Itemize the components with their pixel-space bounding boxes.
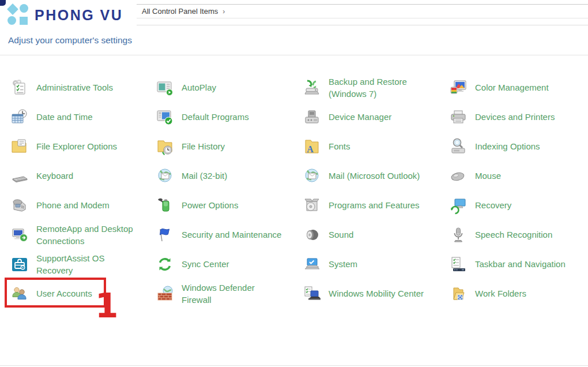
item-work-folders[interactable]: Work Folders xyxy=(443,279,586,308)
keyboard-icon xyxy=(10,167,29,185)
file-history-icon xyxy=(156,137,174,156)
item-keyboard[interactable]: Keyboard xyxy=(5,161,150,190)
admin-tools-icon xyxy=(10,78,29,97)
page-title: Adjust your computer's settings xyxy=(8,35,132,46)
item-autoplay[interactable]: AutoPlay xyxy=(150,73,297,102)
mail-icon xyxy=(303,167,321,185)
item-programs-and-features[interactable]: Programs and Features xyxy=(297,190,443,220)
item-label: AutoPlay xyxy=(182,81,216,93)
breadcrumb-top-border xyxy=(137,4,588,5)
item-label: Fonts xyxy=(329,140,350,152)
item-label: Speech Recognition xyxy=(475,229,552,241)
item-sound[interactable]: Sound xyxy=(297,220,443,249)
mail-icon xyxy=(156,167,174,185)
device-manager-icon xyxy=(303,108,321,126)
breadcrumb[interactable]: All Control Panel Items › xyxy=(142,7,225,16)
item-label: Work Folders xyxy=(475,287,526,299)
item-label: Sound xyxy=(329,229,353,241)
file-explorer-options-icon xyxy=(10,137,29,156)
item-label: Indexing Options xyxy=(475,140,540,152)
item-color-management[interactable]: Color Management xyxy=(443,73,586,102)
supportassist-icon xyxy=(10,255,29,274)
item-fonts[interactable]: A Fonts xyxy=(297,132,443,161)
item-label: User Accounts xyxy=(36,287,92,299)
phongvu-logo: PHONG VU xyxy=(7,3,123,27)
item-label: Color Management xyxy=(475,81,549,93)
item-windows-defender-firewall[interactable]: Windows Defender Firewall xyxy=(150,279,297,308)
item-label: System xyxy=(329,258,357,270)
item-label: Programs and Features xyxy=(329,199,420,211)
addressbar-divider xyxy=(137,25,588,25)
autoplay-icon xyxy=(156,78,174,97)
item-label: RemoteApp and Desktop Connections xyxy=(36,223,133,247)
indexing-options-icon xyxy=(449,137,468,156)
item-speech-recognition[interactable]: Speech Recognition xyxy=(443,220,586,249)
item-default-programs[interactable]: Default Programs xyxy=(150,102,297,132)
item-device-manager[interactable]: Device Manager xyxy=(297,102,443,132)
bottom-divider xyxy=(0,365,588,366)
corner-notch xyxy=(0,0,6,6)
item-recovery[interactable]: Recovery xyxy=(443,190,586,220)
devices-printers-icon xyxy=(449,108,468,126)
recovery-icon xyxy=(449,196,468,215)
control-panel-window: PHONG VU All Control Panel Items › Adjus… xyxy=(0,0,588,367)
item-administrative-tools[interactable]: Administrative Tools xyxy=(5,73,150,102)
item-mail-microsoft-outlook[interactable]: Mail (Microsoft Outlook) xyxy=(297,161,443,190)
item-mouse[interactable]: Mouse xyxy=(443,161,586,190)
item-label: Administrative Tools xyxy=(36,81,113,93)
item-label: Backup and Restore (Windows 7) xyxy=(329,76,407,100)
item-phone-and-modem[interactable]: Phone and Modem xyxy=(5,190,150,220)
item-label: Windows Mobility Center xyxy=(329,287,424,299)
item-label: File Explorer Options xyxy=(36,140,117,152)
phongvu-logo-text: PHONG VU xyxy=(35,7,123,24)
speech-recognition-icon xyxy=(449,226,468,244)
item-label: Sync Center xyxy=(182,258,229,270)
item-taskbar-and-navigation[interactable]: Taskbar and Navigation xyxy=(443,249,586,279)
item-windows-mobility-center[interactable]: Windows Mobility Center xyxy=(297,279,443,308)
item-user-accounts[interactable]: User Accounts xyxy=(5,279,150,308)
item-label: Taskbar and Navigation xyxy=(475,258,566,270)
control-panel-grid: Administrative Tools AutoPlay Backup and… xyxy=(5,73,586,308)
item-supportassist-os-recovery[interactable]: SupportAssist OS Recovery xyxy=(5,249,150,279)
item-mail-32-bit[interactable]: Mail (32-bit) xyxy=(150,161,297,190)
item-system[interactable]: System xyxy=(297,249,443,279)
item-label: Phone and Modem xyxy=(36,199,110,211)
backup-restore-icon xyxy=(303,78,321,97)
item-indexing-options[interactable]: Indexing Options xyxy=(443,132,586,161)
default-programs-icon xyxy=(156,108,174,126)
item-sync-center[interactable]: Sync Center xyxy=(150,249,297,279)
item-date-and-time[interactable]: Date and Time xyxy=(5,102,150,132)
item-file-explorer-options[interactable]: File Explorer Options xyxy=(5,132,150,161)
color-management-icon xyxy=(449,78,468,97)
item-label: SupportAssist OS Recovery xyxy=(36,252,104,276)
item-label: Windows Defender Firewall xyxy=(182,282,255,306)
system-icon xyxy=(303,255,321,274)
item-remoteapp-and-desktop-connections[interactable]: RemoteApp and Desktop Connections xyxy=(5,220,150,249)
svg-text:A: A xyxy=(307,144,314,154)
item-devices-and-printers[interactable]: Devices and Printers xyxy=(443,102,586,132)
mobility-center-icon xyxy=(303,284,321,303)
firewall-icon xyxy=(156,284,174,303)
sync-center-icon xyxy=(156,255,174,274)
date-time-icon xyxy=(10,108,29,126)
item-label: Date and Time xyxy=(36,111,93,123)
item-power-options[interactable]: Power Options xyxy=(150,190,297,220)
item-label: Security and Maintenance xyxy=(182,229,281,241)
sound-icon xyxy=(303,226,321,244)
item-file-history[interactable]: File History xyxy=(150,132,297,161)
security-maintenance-icon xyxy=(156,226,174,244)
programs-features-icon xyxy=(303,196,321,215)
item-label: Default Programs xyxy=(182,111,249,123)
item-label: Mouse xyxy=(475,170,501,182)
item-label: Device Manager xyxy=(329,111,391,123)
item-label: Devices and Printers xyxy=(475,111,555,123)
item-security-and-maintenance[interactable]: Security and Maintenance xyxy=(150,220,297,249)
item-label: Keyboard xyxy=(36,170,73,182)
breadcrumb-location[interactable]: All Control Panel Items xyxy=(142,7,218,16)
chevron-right-icon[interactable]: › xyxy=(223,8,225,16)
mouse-icon xyxy=(449,167,468,185)
item-label: Recovery xyxy=(475,199,511,211)
phongvu-logo-icon xyxy=(7,3,29,27)
item-backup-and-restore-windows-7[interactable]: Backup and Restore (Windows 7) xyxy=(297,73,443,102)
item-label: File History xyxy=(182,140,225,152)
